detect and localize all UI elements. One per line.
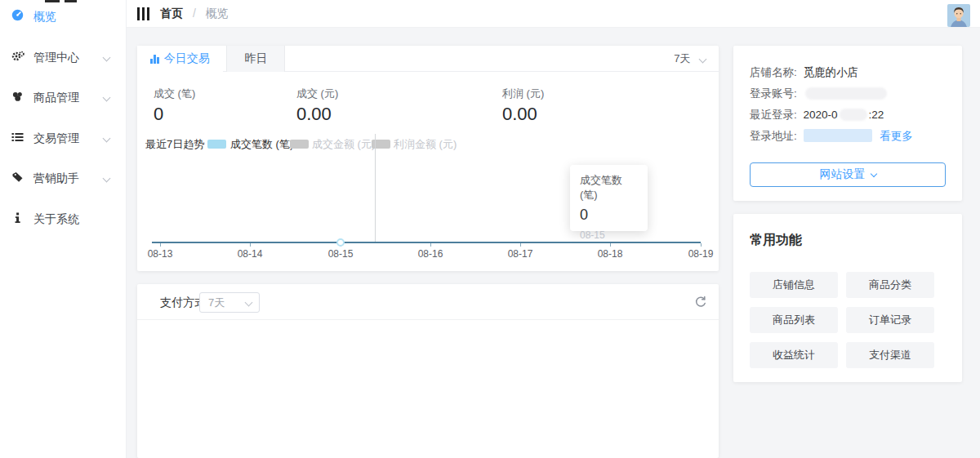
- stat-label: 利润 (元): [502, 87, 544, 101]
- shop-name-value: 觅鹿的小店: [804, 66, 859, 78]
- breadcrumb-separator: /: [193, 7, 196, 20]
- last-login-suffix: :22: [869, 109, 884, 121]
- tab-label: 今日交易: [164, 51, 210, 66]
- legend-swatch-deal-count[interactable]: [207, 140, 226, 149]
- x-tick: [430, 243, 431, 247]
- x-tick: [341, 243, 341, 247]
- login-account-row: 登录账号:: [750, 83, 946, 104]
- stat-profit-amount: 利润 (元) 0.00: [502, 87, 544, 125]
- last-login-prefix: 2020-0: [804, 109, 838, 121]
- stat-value: 0: [154, 104, 195, 125]
- legend-label[interactable]: 成交笔数 (笔): [230, 137, 293, 152]
- quick-btn-product-list[interactable]: 商品列表: [750, 307, 838, 333]
- stat-deal-count: 成交 (笔) 0: [154, 87, 195, 125]
- x-axis-label: 08-16: [412, 248, 448, 260]
- x-tick: [520, 243, 521, 247]
- highlighted-data-point: [336, 238, 345, 247]
- quick-function-grid: 店铺信息 商品分类 商品列表 订单记录 收益统计 支付渠道: [750, 272, 934, 368]
- refresh-icon[interactable]: [694, 296, 707, 309]
- collapse-menu-icon[interactable]: [137, 7, 149, 20]
- tab-label: 昨日: [244, 51, 267, 66]
- stat-label: 成交 (元): [296, 87, 338, 101]
- sidebar-item-marketing-assistant[interactable]: 营销助手: [0, 167, 127, 189]
- redacted-address-value: [804, 129, 872, 142]
- sidebar-item-admin-center[interactable]: 管理中心: [0, 46, 127, 69]
- x-axis-label: 08-19: [683, 248, 719, 260]
- stat-value: 0.00: [296, 104, 338, 125]
- x-axis-label: 08-15: [323, 248, 359, 260]
- products-icon: [11, 87, 24, 98]
- info-icon: [11, 208, 24, 220]
- row-label: 最近登录:: [750, 109, 797, 121]
- x-axis-label: 08-13: [142, 248, 178, 260]
- trade-tabs: 今日交易 昨日 7天: [137, 46, 719, 72]
- chevron-down-icon: [103, 54, 111, 62]
- sidebar-item-label: 关于系统: [33, 212, 79, 225]
- chevron-down-icon: [870, 170, 876, 176]
- x-tick: [160, 243, 161, 247]
- site-settings-button[interactable]: 网站设置: [750, 162, 946, 187]
- row-label: 店铺名称:: [750, 66, 797, 78]
- list-icon: [11, 127, 24, 139]
- chart-legend: 最近7日趋势 成交笔数 (笔) 成交金额 (元) 利润金额 (元): [137, 137, 719, 150]
- sidebar-item-trade-management[interactable]: 交易管理: [0, 127, 127, 149]
- stat-value: 0.00: [502, 104, 544, 125]
- sidebar-item-label: 管理中心: [33, 51, 79, 64]
- quick-btn-payment-channels[interactable]: 支付渠道: [846, 342, 934, 368]
- top-header: 首页 / 概览: [127, 0, 980, 28]
- chevron-down-icon: [699, 56, 707, 64]
- chevron-down-icon: [103, 135, 111, 143]
- x-axis-label: 08-18: [592, 248, 628, 260]
- legend-label[interactable]: 利润金额 (元): [394, 137, 457, 152]
- row-label: 登录账号:: [750, 87, 797, 100]
- sidebar-item-product-management[interactable]: 商品管理: [0, 86, 127, 109]
- series-line: [152, 242, 701, 243]
- sidebar-item-overview[interactable]: 概览: [0, 5, 127, 28]
- x-axis-label: 08-14: [232, 248, 268, 260]
- trade-range-selector[interactable]: 7天: [674, 46, 706, 72]
- dashboard-icon: [11, 6, 24, 17]
- stat-label: 成交 (笔): [154, 87, 195, 101]
- legend-swatch-deal-amount[interactable]: [290, 140, 309, 149]
- stat-deal-amount: 成交 (元) 0.00: [296, 87, 338, 125]
- see-more-link[interactable]: 看更多: [880, 130, 913, 142]
- tag-icon: [11, 167, 24, 179]
- payment-card-header: 支付方式 7天: [137, 284, 719, 320]
- quick-btn-order-records[interactable]: 订单记录: [846, 307, 934, 333]
- chevron-down-icon: [103, 94, 111, 102]
- chevron-down-icon: [103, 175, 111, 183]
- site-settings-label: 网站设置: [820, 167, 866, 182]
- common-functions-card: 常用功能 店铺信息 商品分类 商品列表 订单记录 收益统计 支付渠道: [733, 214, 962, 382]
- breadcrumb-home[interactable]: 首页: [160, 7, 183, 20]
- common-functions-title: 常用功能: [750, 232, 802, 249]
- legend-swatch-profit-amount[interactable]: [372, 140, 390, 149]
- chart-tooltip: 成交笔数 (笔) 0 08-15: [570, 165, 648, 231]
- x-tick: [610, 243, 611, 247]
- last-login-row: 最近登录: 2020-0:22: [750, 104, 946, 126]
- breadcrumb-current: 概览: [206, 7, 229, 20]
- legend-title: 最近7日趋势: [145, 137, 204, 152]
- quick-btn-shop-info[interactable]: 店铺信息: [750, 272, 838, 298]
- breadcrumb: 首页 / 概览: [160, 0, 229, 27]
- tooltip-date: 08-15: [580, 229, 638, 241]
- sidebar-item-about-system[interactable]: 关于系统: [0, 207, 127, 230]
- x-axis-label: 08-17: [502, 248, 538, 260]
- range-value: 7天: [208, 296, 225, 309]
- tab-today-trade[interactable]: 今日交易: [137, 46, 223, 72]
- sidebar-item-label: 商品管理: [33, 91, 79, 104]
- chevron-down-icon: [245, 299, 253, 307]
- row-label: 登录地址:: [750, 130, 797, 142]
- bar-chart-icon: [150, 55, 159, 64]
- sidebar-item-label: 概览: [33, 10, 56, 23]
- sidebar: 概览 管理中心 商品管理 交易管理 营: [0, 0, 127, 458]
- sidebar-item-label: 交易管理: [33, 131, 79, 145]
- quick-btn-product-category[interactable]: 商品分类: [846, 272, 934, 298]
- tooltip-series: 成交笔数 (笔): [580, 173, 638, 202]
- tab-yesterday[interactable]: 昨日: [226, 46, 285, 72]
- payment-range-select[interactable]: 7天: [199, 292, 260, 313]
- login-address-row: 登录地址: 看更多: [750, 126, 946, 147]
- avatar[interactable]: [947, 4, 970, 27]
- quick-btn-revenue-stats[interactable]: 收益统计: [750, 342, 838, 368]
- legend-label[interactable]: 成交金额 (元): [312, 137, 375, 152]
- shop-info-card: 店铺名称: 觅鹿的小店 登录账号: 最近登录: 2020-0:22 登录地址: …: [733, 46, 962, 201]
